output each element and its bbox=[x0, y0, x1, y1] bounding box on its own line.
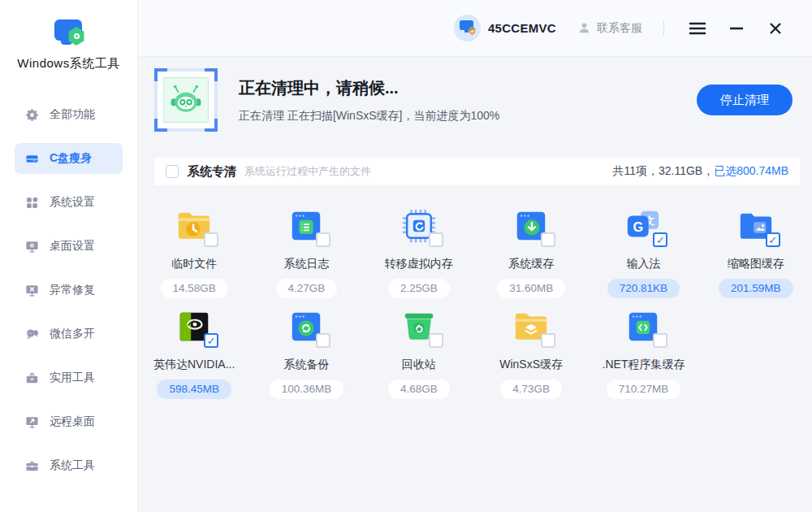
cleanup-item-system-logs[interactable]: ✓ 系统日志 4.27GB bbox=[250, 207, 362, 298]
cleanup-items-grid: ✓ 临时文件 14.58GB ✓ 系统日志 4.27GB ✓ 转移虚拟内存 2.… bbox=[138, 207, 812, 399]
cleanup-item-temp-files[interactable]: ✓ 临时文件 14.58GB bbox=[138, 207, 250, 298]
sidebar-item-label: 系统设置 bbox=[50, 195, 95, 210]
cleanup-item-virtual-memory[interactable]: ✓ 转移虚拟内存 2.25GB bbox=[363, 207, 475, 298]
item-checkbox[interactable]: ✓ bbox=[429, 333, 443, 348]
section-header: 系统专清 系统运行过程中产生的文件 共11项，32.11GB，已选800.74M… bbox=[154, 158, 800, 185]
item-checkbox[interactable]: ✓ bbox=[653, 333, 667, 348]
sidebar-item-system-settings[interactable]: 系统设置 bbox=[15, 187, 123, 218]
sidebar-item-label: C盘瘦身 bbox=[50, 151, 92, 166]
svg-text:G: G bbox=[633, 219, 644, 234]
sidebar: Windows系统工具 全部功能 C盘瘦身 系统设置 桌面设置 异常修复 微信多… bbox=[0, 0, 138, 512]
item-name: WinSxS缓存 bbox=[499, 358, 563, 372]
item-name: 系统缓存 bbox=[508, 257, 554, 271]
contact-support-label: 联系客服 bbox=[597, 21, 642, 36]
select-all-checkbox[interactable] bbox=[166, 165, 179, 178]
account-name: 45CCEMVC bbox=[488, 21, 556, 35]
item-size: 4.73GB bbox=[500, 380, 562, 399]
section-title: 系统专清 bbox=[188, 164, 236, 180]
temp-files-folder-icon: ✓ bbox=[175, 207, 213, 245]
app-logo-icon bbox=[53, 20, 85, 46]
hard-drive-icon bbox=[25, 152, 39, 166]
item-checkbox[interactable]: ✓ bbox=[204, 232, 218, 247]
contact-support[interactable]: 联系客服 bbox=[577, 21, 642, 36]
input-method-icon: 文G ✓ bbox=[624, 207, 662, 245]
monitor-gear-icon bbox=[25, 240, 39, 254]
cleaning-banner: 正在清理中，请稍候... 正在清理 正在扫描[WinSxS缓存]，当前进度为10… bbox=[138, 57, 812, 132]
app-grid-icon bbox=[25, 196, 39, 210]
monitor-remote-icon bbox=[25, 415, 39, 429]
item-checkbox[interactable]: ✓ bbox=[204, 333, 218, 348]
item-name: 系统备份 bbox=[283, 358, 329, 372]
minimize-button[interactable] bbox=[723, 15, 750, 42]
sidebar-item-remote-desktop[interactable]: 远程桌面 bbox=[15, 406, 123, 437]
account-badge[interactable]: 45CCEMVC bbox=[454, 15, 556, 41]
item-size: 598.45MB bbox=[157, 380, 231, 399]
item-name: 缩略图缓存 bbox=[728, 257, 784, 271]
system-logs-icon: ✓ bbox=[287, 207, 325, 245]
recycle-bin-icon: ✓ bbox=[400, 308, 438, 345]
monitor-repair-icon bbox=[25, 284, 39, 297]
sidebar-item-label: 全部功能 bbox=[50, 107, 95, 122]
check-icon: ✓ bbox=[207, 336, 216, 346]
item-size: 31.60MB bbox=[497, 279, 565, 298]
selected-size[interactable]: 已选800.74MB bbox=[714, 164, 788, 177]
sidebar-item-label: 远程桌面 bbox=[50, 414, 95, 429]
item-checkbox[interactable]: ✓ bbox=[541, 333, 555, 348]
system-backup-icon: ✓ bbox=[287, 308, 325, 345]
sidebar-item-error-repair[interactable]: 异常修复 bbox=[15, 275, 123, 306]
check-icon: ✓ bbox=[656, 235, 665, 245]
item-checkbox[interactable]: ✓ bbox=[541, 232, 555, 247]
close-button[interactable] bbox=[762, 15, 789, 42]
cleanup-item-nvidia[interactable]: ✓ 英伟达NVIDIA... 598.45MB bbox=[138, 308, 250, 399]
item-size: 201.59MB bbox=[719, 279, 793, 298]
item-checkbox[interactable]: ✓ bbox=[429, 232, 443, 247]
sidebar-item-desktop-settings[interactable]: 桌面设置 bbox=[15, 231, 123, 262]
cleanup-item-system-backup[interactable]: ✓ 系统备份 100.36MB bbox=[250, 308, 362, 399]
item-checkbox[interactable]: ✓ bbox=[316, 333, 330, 348]
cleanup-item-input-method[interactable]: 文G ✓ 输入法 720.81KB bbox=[587, 207, 699, 298]
virtual-memory-chip-icon: ✓ bbox=[400, 207, 438, 245]
thumbnail-cache-folder-icon: ✓ bbox=[737, 207, 775, 245]
chat-bubbles-icon bbox=[25, 328, 39, 341]
hamburger-icon bbox=[689, 22, 706, 35]
sidebar-item-all-features[interactable]: 全部功能 bbox=[15, 99, 123, 130]
item-size: 710.27MB bbox=[607, 380, 681, 399]
item-name: 英伟达NVIDIA... bbox=[153, 358, 235, 372]
sidebar-item-c-drive-slim[interactable]: C盘瘦身 bbox=[15, 143, 123, 174]
total-summary: 共11项，32.11GB， bbox=[612, 164, 714, 177]
cleanup-item-system-cache[interactable]: ✓ 系统缓存 31.60MB bbox=[475, 207, 587, 298]
stop-cleaning-button[interactable]: 停止清理 bbox=[697, 85, 793, 115]
item-size: 4.27GB bbox=[276, 279, 338, 298]
cleanup-item-winsxs-cache[interactable]: ✓ WinSxS缓存 4.73GB bbox=[475, 308, 587, 399]
sidebar-item-utilities[interactable]: 实用工具 bbox=[15, 362, 123, 393]
cleaning-progress-text: 正在清理 正在扫描[WinSxS缓存]，当前进度为100% bbox=[239, 109, 499, 124]
item-size: 2.25GB bbox=[388, 279, 450, 298]
item-name: .NET程序集缓存 bbox=[603, 358, 685, 372]
item-name: 临时文件 bbox=[171, 257, 217, 271]
cleanup-item-recycle-bin[interactable]: ✓ 回收站 4.68GB bbox=[363, 308, 475, 399]
main-panel: 45CCEMVC 联系客服 正在清理中，请稍候... 正在清理 正在扫描[Win… bbox=[138, 0, 812, 512]
cleaning-status-title: 正在清理中，请稍候... bbox=[239, 77, 499, 99]
item-size: 14.58GB bbox=[161, 279, 228, 298]
check-icon: ✓ bbox=[768, 235, 777, 245]
section-description: 系统运行过程中产生的文件 bbox=[244, 164, 371, 179]
sidebar-item-label: 系统工具 bbox=[50, 458, 95, 473]
gear-icon bbox=[25, 108, 39, 122]
robot-scan-icon bbox=[154, 68, 218, 132]
titlebar-divider bbox=[663, 20, 664, 37]
account-avatar-icon bbox=[454, 15, 481, 41]
menu-button[interactable] bbox=[684, 15, 711, 42]
cleanup-item-thumbnail-cache[interactable]: ✓ 缩略图缓存 201.59MB bbox=[700, 207, 812, 298]
item-checkbox[interactable]: ✓ bbox=[653, 232, 667, 247]
item-checkbox[interactable]: ✓ bbox=[766, 232, 780, 247]
briefcase-icon bbox=[25, 459, 39, 473]
sidebar-item-label: 微信多开 bbox=[50, 327, 95, 341]
item-name: 回收站 bbox=[402, 358, 436, 372]
item-checkbox[interactable]: ✓ bbox=[316, 232, 330, 247]
sidebar-nav: 全部功能 C盘瘦身 系统设置 桌面设置 异常修复 微信多开 实用工具 bbox=[0, 99, 137, 481]
sidebar-item-wechat-multi[interactable]: 微信多开 bbox=[15, 319, 123, 349]
sidebar-item-system-tools[interactable]: 系统工具 bbox=[15, 450, 123, 481]
app-title: Windows系统工具 bbox=[0, 56, 137, 72]
item-name: 输入法 bbox=[626, 257, 660, 271]
cleanup-item-dotnet-cache[interactable]: ✓ .NET程序集缓存 710.27MB bbox=[587, 308, 699, 399]
